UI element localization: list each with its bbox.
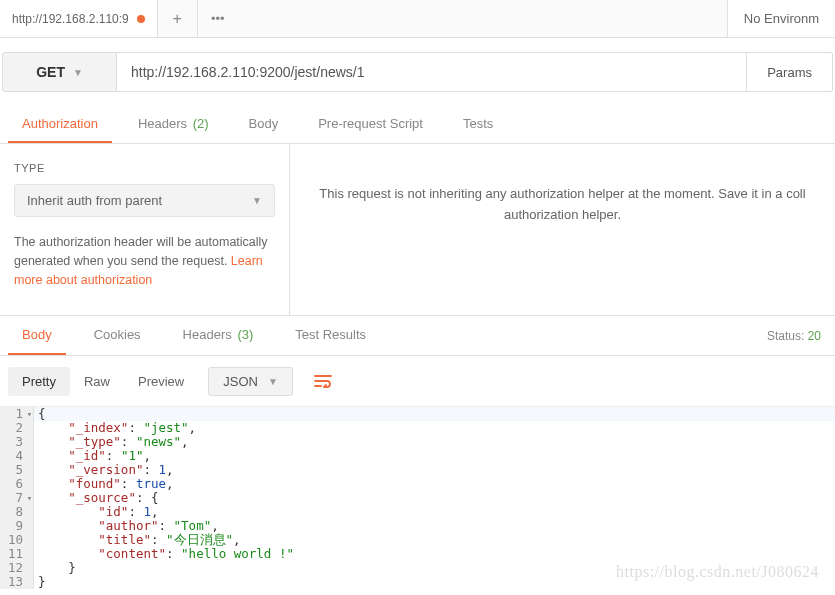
line-number: 3 (0, 435, 33, 449)
method-value: GET (36, 64, 65, 80)
line-number: 5 (0, 463, 33, 477)
chevron-down-icon: ▼ (252, 195, 262, 206)
format-preview[interactable]: Preview (124, 367, 198, 396)
auth-right-panel: This request is not inheriting any autho… (290, 144, 835, 315)
res-tab-cookies[interactable]: Cookies (80, 316, 155, 355)
line-number: 10 (0, 533, 33, 547)
request-tab[interactable]: http://192.168.2.110:9 (0, 0, 158, 38)
line-number: 6 (0, 477, 33, 491)
res-tab-body[interactable]: Body (8, 316, 66, 355)
format-pretty[interactable]: Pretty (8, 367, 70, 396)
chevron-down-icon: ▼ (73, 67, 83, 78)
code-line: "content": "hello world !" (34, 547, 835, 561)
line-number: 4 (0, 449, 33, 463)
auth-left-panel: TYPE Inherit auth from parent ▼ The auth… (0, 144, 290, 315)
env-label: No Environm (744, 11, 819, 26)
line-number: 9 (0, 519, 33, 533)
code-line: "author": "Tom", (34, 519, 835, 533)
content-type-dropdown[interactable]: JSON ▼ (208, 367, 293, 396)
auth-type-value: Inherit auth from parent (27, 193, 162, 208)
status-code: 20 (808, 329, 821, 343)
tab-menu-button[interactable]: ••• (198, 0, 238, 38)
status-info: Status: 20 (767, 329, 827, 343)
code-line: } (34, 575, 835, 589)
type-label: TYPE (14, 162, 275, 174)
line-number: 8 (0, 505, 33, 519)
line-number: 12 (0, 561, 33, 575)
line-number: 2 (0, 421, 33, 435)
line-number: 13 (0, 575, 33, 589)
format-raw[interactable]: Raw (70, 367, 124, 396)
tab-title: http://192.168.2.110:9 (12, 12, 129, 26)
line-number: 1▾ (0, 407, 33, 421)
tab-prerequest[interactable]: Pre-request Script (304, 106, 437, 143)
url-value: http://192.168.2.110:9200/jest/news/1 (131, 64, 365, 80)
tab-body[interactable]: Body (235, 106, 293, 143)
code-line: "_type": "news", (34, 435, 835, 449)
tab-authorization[interactable]: Authorization (8, 106, 112, 143)
line-number: 11 (0, 547, 33, 561)
http-method-dropdown[interactable]: GET ▼ (2, 52, 117, 92)
spacer (238, 0, 727, 38)
code-line: "found": true, (34, 477, 835, 491)
add-tab-button[interactable]: + (158, 0, 198, 38)
line-number: 7▾ (0, 491, 33, 505)
chevron-down-icon: ▼ (268, 376, 278, 387)
code-line: "id": 1, (34, 505, 835, 519)
wrap-lines-icon[interactable] (307, 366, 339, 396)
url-input[interactable]: http://192.168.2.110:9200/jest/news/1 (117, 52, 747, 92)
res-tab-tests[interactable]: Test Results (281, 316, 380, 355)
code-line: } (34, 561, 835, 575)
res-tab-headers[interactable]: Headers (3) (169, 316, 268, 355)
code-line: "_id": "1", (34, 449, 835, 463)
response-body-viewer[interactable]: 1▾234567▾8910111213 { "_index": "jest", … (0, 406, 835, 589)
unsaved-dot-icon (137, 15, 145, 23)
tab-tests[interactable]: Tests (449, 106, 507, 143)
auth-help-text: The authorization header will be automat… (14, 233, 275, 289)
code-line: "title": "今日消息", (34, 533, 835, 547)
code-line: "_source": { (34, 491, 835, 505)
params-button[interactable]: Params (747, 52, 833, 92)
auth-type-dropdown[interactable]: Inherit auth from parent ▼ (14, 184, 275, 217)
tab-headers[interactable]: Headers (2) (124, 106, 223, 143)
code-line: "_index": "jest", (34, 421, 835, 435)
fold-icon[interactable]: ▾ (27, 491, 32, 505)
code-line: "_version": 1, (34, 463, 835, 477)
environment-selector[interactable]: No Environm (727, 0, 835, 38)
fold-icon[interactable]: ▾ (27, 407, 32, 421)
code-line: { (34, 407, 835, 421)
